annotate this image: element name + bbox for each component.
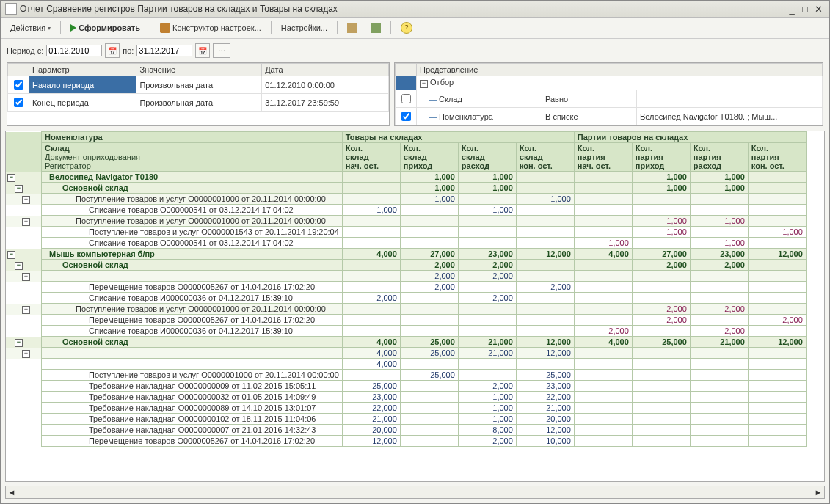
- cell-value: [458, 227, 516, 238]
- report-row[interactable]: Требование-накладная О0000000007 от 21.0…: [6, 425, 806, 436]
- toolbar: Действия▾ Сформировать Конструктор настр…: [1, 18, 829, 39]
- horizontal-scrollbar[interactable]: ◄ ►: [5, 486, 825, 499]
- filter-checkbox[interactable]: [401, 112, 411, 121]
- cell-value: [748, 414, 806, 425]
- run-button[interactable]: Сформировать: [65, 21, 145, 34]
- calendar-to-button[interactable]: 📅: [195, 43, 210, 58]
- filter-comparison: Равно: [542, 90, 637, 108]
- toggle-icon[interactable]: −: [22, 273, 30, 281]
- cell-value: [574, 271, 632, 282]
- cell-value: [690, 381, 748, 392]
- cell-value: [574, 315, 632, 326]
- report-grid[interactable]: НоменклатураТовары на складахПартии това…: [5, 131, 825, 482]
- report-row[interactable]: Требование-накладная О0000000102 от 18.1…: [6, 414, 806, 425]
- minimize-button[interactable]: _: [785, 4, 798, 15]
- cell-value: [342, 172, 400, 183]
- toggle-icon[interactable]: −: [15, 339, 23, 347]
- cell-value: 1,000: [690, 216, 748, 227]
- cell-value: 21,000: [342, 414, 400, 425]
- toggle-icon[interactable]: −: [22, 350, 30, 358]
- report-row[interactable]: Списание товаров И000000036 от 04.12.201…: [6, 293, 806, 304]
- report-row[interactable]: Перемещение товаров О0000005267 от 14.04…: [6, 436, 806, 447]
- cell-value: [458, 304, 516, 315]
- filter-row[interactable]: — НоменклатураВ спискеВелосипед Navigato…: [396, 108, 823, 125]
- report-row[interactable]: Поступление товаров и услуг О0000001543 …: [6, 227, 806, 238]
- toggle-icon[interactable]: −: [22, 306, 30, 314]
- maximize-button[interactable]: □: [798, 4, 812, 15]
- cell-value: [400, 425, 458, 436]
- close-button[interactable]: ✕: [812, 4, 825, 15]
- report-row[interactable]: −Основной склад1,0001,0001,0001,000: [6, 183, 806, 194]
- report-row[interactable]: −Основной склад4,00025,00021,00012,0004,…: [6, 337, 806, 348]
- period-to-input[interactable]: [136, 45, 192, 56]
- constructor-button[interactable]: Конструктор настроек...: [155, 21, 266, 35]
- toggle-icon[interactable]: −: [7, 174, 15, 182]
- filter-row[interactable]: — СкладРавно: [396, 90, 823, 108]
- report-row[interactable]: −4,00025,00021,00012,000: [6, 348, 806, 359]
- param-checkbox[interactable]: [14, 98, 23, 107]
- cell-value: [342, 304, 400, 315]
- report-row[interactable]: −Поступление товаров и услуг О0000001000…: [6, 194, 806, 205]
- row-label: [42, 348, 343, 359]
- report-row[interactable]: Списание товаров О000000541 от 03.12.201…: [6, 205, 806, 216]
- filter-value: [637, 90, 823, 108]
- toggle-icon[interactable]: −: [22, 218, 30, 226]
- report-row[interactable]: Требование-накладная О0000000032 от 01.0…: [6, 392, 806, 403]
- row-label: Поступление товаров и услуг О0000001543 …: [42, 227, 343, 238]
- tool-icon-2[interactable]: [365, 21, 386, 35]
- cell-value: [748, 403, 806, 414]
- period-from-input[interactable]: [46, 45, 102, 56]
- cell-value: 1,000: [632, 183, 690, 194]
- row-label: Списание товаров И000000036 от 04.12.201…: [42, 293, 343, 304]
- report-row[interactable]: −Велосипед Navigator Т01801,0001,0001,00…: [6, 172, 806, 183]
- actions-menu[interactable]: Действия▾: [5, 21, 56, 34]
- cell-value: [342, 370, 400, 381]
- toggle-icon[interactable]: −: [15, 262, 23, 270]
- row-label: [42, 271, 343, 282]
- tool-icon-1[interactable]: [342, 21, 363, 35]
- cell-value: [574, 436, 632, 447]
- col-view: Представление: [417, 64, 823, 76]
- param-checkbox[interactable]: [14, 80, 23, 90]
- report-row[interactable]: −2,0002,000: [6, 271, 806, 282]
- col-value: Значение: [136, 64, 262, 76]
- param-row[interactable]: Конец периодаПроизвольная дата31.12.2017…: [8, 94, 389, 112]
- report-row[interactable]: −Поступление товаров и услуг О0000001000…: [6, 216, 806, 227]
- report-row[interactable]: −Поступление товаров и услуг О0000001000…: [6, 304, 806, 315]
- period-dialog-button[interactable]: …: [213, 43, 230, 58]
- cell-value: [632, 282, 690, 293]
- report-row[interactable]: Перемещение товаров О0000005267 от 14.04…: [6, 282, 806, 293]
- toggle-icon[interactable]: −: [22, 196, 30, 204]
- report-row[interactable]: Перемещение товаров О0000005267 от 14.04…: [6, 315, 806, 326]
- filter-value: Велосипед Navigator Т0180..; Мыш...: [637, 108, 823, 125]
- cell-value: [400, 326, 458, 337]
- filter-checkbox[interactable]: [401, 94, 411, 103]
- scroll-right-icon[interactable]: ►: [812, 488, 824, 497]
- row-label: [42, 359, 343, 370]
- cell-value: 25,000: [632, 337, 690, 348]
- toggle-icon[interactable]: −: [15, 185, 23, 193]
- cell-value: [748, 260, 806, 271]
- cell-value: 1,000: [458, 403, 516, 414]
- toggle-icon[interactable]: −: [7, 251, 15, 259]
- report-row[interactable]: Требование-накладная О0000000089 от 14.1…: [6, 403, 806, 414]
- settings-button[interactable]: Настройки...: [276, 21, 332, 34]
- filter-root-row[interactable]: − Отбор: [396, 76, 823, 90]
- cell-value: [400, 293, 458, 304]
- report-row[interactable]: −Мышь компьютерная б/пр4,00027,00023,000…: [6, 249, 806, 260]
- report-row[interactable]: Списание товаров О000000541 от 03.12.201…: [6, 238, 806, 249]
- cell-value: [748, 392, 806, 403]
- report-row[interactable]: −Основной склад2,0002,0002,0002,000: [6, 260, 806, 271]
- report-row[interactable]: Требование-накладная О0000000009 от 11.0…: [6, 381, 806, 392]
- cell-value: [574, 260, 632, 271]
- param-row[interactable]: Начало периодаПроизвольная дата01.12.201…: [8, 76, 389, 94]
- report-row[interactable]: Списание товаров И000000036 от 04.12.201…: [6, 326, 806, 337]
- row-label: Основной склад: [42, 183, 343, 194]
- cell-value: [748, 282, 806, 293]
- report-row[interactable]: 4,000: [6, 359, 806, 370]
- calendar-from-button[interactable]: 📅: [105, 43, 120, 58]
- cell-value: 22,000: [342, 403, 400, 414]
- scroll-left-icon[interactable]: ◄: [6, 488, 18, 497]
- report-row[interactable]: Поступление товаров и услуг О0000001000 …: [6, 370, 806, 381]
- help-button[interactable]: ?: [396, 20, 418, 36]
